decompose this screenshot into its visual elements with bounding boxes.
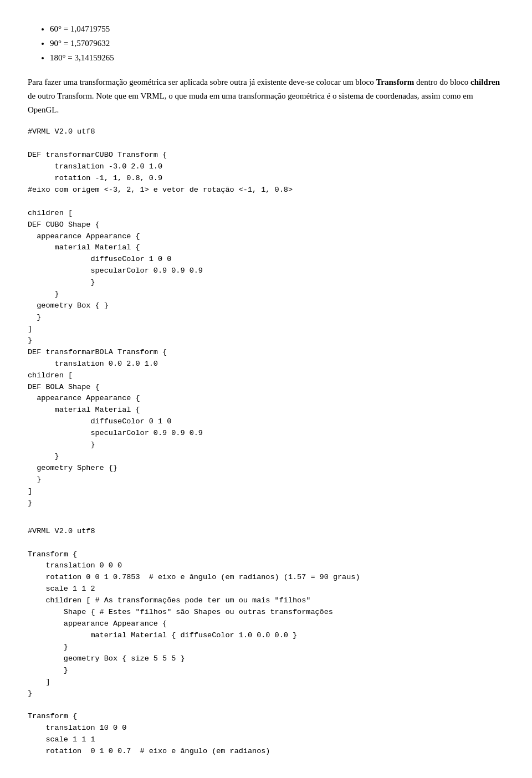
paragraph-transform: Para fazer uma transformação geométrica …	[28, 75, 504, 116]
list-item: 90° = 1,57079632	[50, 37, 504, 50]
code-block-2: #VRML V2.0 utf8 Transform { translation …	[28, 526, 504, 757]
list-item: 180° = 3,14159265	[50, 51, 504, 64]
code-block-1: #VRML V2.0 utf8 DEF transformarCUBO Tran…	[28, 126, 504, 509]
bullet-list: 60° = 1,04719755 90° = 1,57079632 180° =…	[50, 22, 504, 64]
list-item: 60° = 1,04719755	[50, 22, 504, 35]
